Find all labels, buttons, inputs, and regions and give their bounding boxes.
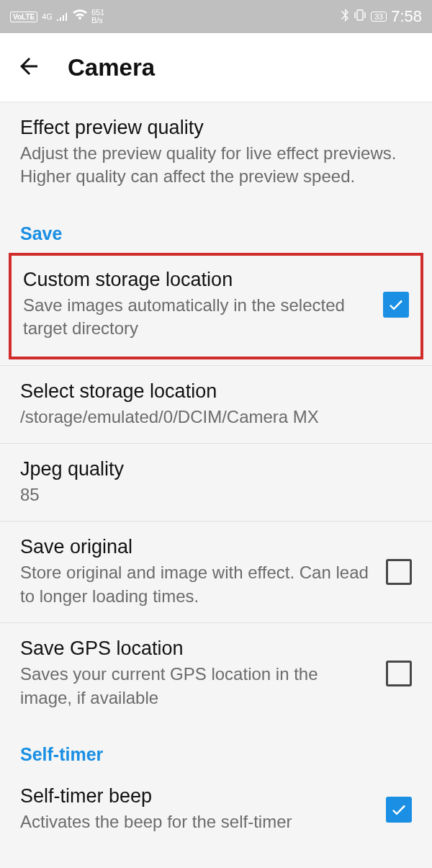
setting-title: Select storage location (20, 380, 412, 403)
battery-icon: 33 (371, 12, 387, 22)
setting-custom-storage[interactable]: Custom storage location Save images auto… (12, 256, 420, 357)
setting-title: Save original (20, 536, 372, 558)
setting-desc: Adjust the preview quality for live effe… (20, 142, 412, 189)
setting-select-storage[interactable]: Select storage location /storage/emulate… (0, 365, 432, 443)
clock: 7:58 (391, 7, 422, 26)
back-icon[interactable] (16, 53, 42, 82)
setting-title: Jpeg quality (20, 458, 412, 480)
setting-desc: 85 (20, 483, 412, 506)
wifi-icon (73, 9, 87, 24)
setting-title: Effect preview quality (20, 117, 412, 139)
vibrate-icon (354, 9, 366, 25)
bluetooth-icon (341, 9, 349, 25)
svg-rect-0 (357, 10, 363, 20)
status-bar: VoLTE 4G 651 B/s 33 7:58 (0, 0, 432, 33)
setting-selftimer-beep[interactable]: Self-timer beep Activates the beep for t… (0, 771, 432, 841)
setting-title: Custom storage location (23, 269, 369, 291)
status-right: 33 7:58 (341, 7, 422, 26)
net-speed: 651 B/s (91, 9, 104, 24)
checkbox-save-gps[interactable] (386, 661, 412, 686)
setting-save-original[interactable]: Save original Store original and image w… (0, 521, 432, 622)
page-title: Camera (68, 54, 155, 81)
volte-icon: VoLTE (10, 12, 37, 22)
section-selftimer: Self-timer (0, 724, 432, 771)
status-left: VoLTE 4G 651 B/s (10, 9, 104, 24)
app-bar: Camera (0, 33, 432, 102)
signal-icon (57, 9, 68, 24)
setting-jpeg-quality[interactable]: Jpeg quality 85 (0, 443, 432, 521)
setting-desc: Save images automatically in the selecte… (23, 294, 369, 341)
checkbox-custom-storage[interactable] (383, 292, 409, 318)
checkbox-save-original[interactable] (386, 559, 412, 585)
setting-desc: Saves your current GPS location in the i… (20, 663, 372, 710)
setting-desc: Store original and image with effect. Ca… (20, 561, 372, 608)
section-save: Save (0, 203, 432, 250)
setting-save-gps[interactable]: Save GPS location Saves your current GPS… (0, 622, 432, 724)
setting-title: Save GPS location (20, 637, 372, 660)
network-gen: 4G (42, 13, 53, 21)
setting-desc: Activates the beep for the self-timer (20, 810, 372, 833)
highlight-box: Custom storage location Save images auto… (9, 253, 423, 359)
checkbox-selftimer-beep[interactable] (386, 797, 412, 823)
setting-desc: /storage/emulated/0/DCIM/Camera MX (20, 406, 412, 429)
setting-title: Self-timer beep (20, 785, 372, 807)
setting-effect-preview[interactable]: Effect preview quality Adjust the previe… (0, 102, 432, 203)
settings-list: Effect preview quality Adjust the previe… (0, 102, 432, 841)
